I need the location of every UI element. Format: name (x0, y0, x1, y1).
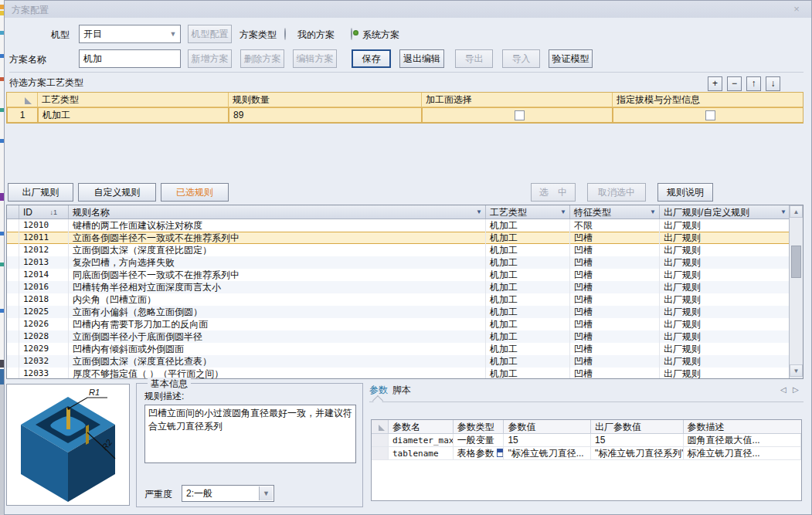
vertical-scrollbar[interactable]: ▲ ▼ (789, 205, 803, 378)
chevron-down-icon[interactable]: ▼ (259, 486, 273, 500)
col-header-factory-value[interactable]: 出厂参数值 (591, 420, 684, 433)
delete-scheme-button[interactable]: 删除方案 (240, 49, 284, 68)
table-row[interactable]: 12013复杂凹槽，方向选择失败机加工凹槽出厂规则 (7, 256, 803, 269)
chevron-down-icon[interactable]: ▼ (168, 29, 178, 39)
select-all-corner[interactable] (7, 93, 38, 107)
cell-process-type: 机加工 (486, 256, 570, 269)
table-row[interactable]: 12010键槽的两工作面建议标注对称度机加工不限出厂规则 (7, 219, 803, 232)
cell-process-type: 机加工 (486, 318, 570, 330)
tab-params[interactable]: 参数 (369, 384, 388, 397)
close-icon[interactable]: × (790, 3, 804, 15)
row-gutter (7, 269, 19, 281)
cell-feature-type: 凹槽 (570, 269, 660, 281)
row-gutter (7, 368, 19, 379)
col-header-face-select[interactable]: 加工面选择 (422, 93, 613, 107)
table-row[interactable]: 12014同底面倒圆半径不一致或不在推荐系列中机加工凹槽出厂规则 (7, 269, 803, 281)
selected-rules-button[interactable]: 已选规则 (161, 183, 229, 202)
header-gutter (7, 205, 19, 219)
filter-dropdown-icon[interactable]: ▼ (476, 205, 482, 219)
unpick-button[interactable]: 取消选中 (587, 183, 646, 202)
table-row[interactable]: 12032立面倒圆太深（深度直径比查表）机加工凹槽出厂规则 (7, 355, 803, 368)
filter-dropdown-icon[interactable]: ▼ (780, 205, 787, 219)
machine-type-combobox[interactable]: 开目 ▼ (79, 25, 181, 43)
row-down-button[interactable]: ↓ (766, 76, 780, 91)
table-row[interactable]: 12026凹槽内有需要T形刀加工的反向面机加工凹槽出厂规则 (7, 318, 803, 330)
sort-ascending-icon[interactable]: ↓1 (49, 205, 57, 219)
cell-process-type: 机加工 (486, 355, 570, 368)
cell-process-type: 机加工 (486, 244, 570, 256)
row-gutter (7, 256, 19, 269)
edit-scheme-button[interactable]: 编辑方案 (293, 49, 337, 68)
cell-rule-source: 出厂规则 (660, 306, 790, 318)
pick-button[interactable]: 选 中 (531, 183, 576, 202)
row-gutter (7, 306, 19, 318)
row-gutter (7, 355, 19, 368)
table-row[interactable]: 12028立面倒圆半径小于底面倒圆半径机加工凹槽出厂规则 (7, 330, 803, 343)
tab-script[interactable]: 脚本 (392, 384, 411, 397)
row-remove-button[interactable]: − (727, 76, 742, 91)
rule-description-textarea[interactable]: 凹槽立面间的小过渡圆角直径最好一致，并建议符合立铣刀直径系列 (144, 405, 356, 463)
title-bar[interactable]: 方案配置 × (5, 1, 811, 18)
exit-edit-button[interactable]: 退出编辑 (399, 49, 444, 68)
cell-feature-type: 凹槽 (570, 306, 660, 318)
col-header-param-type[interactable]: 参数类型 (454, 420, 505, 433)
corner-triangle-icon (25, 97, 32, 104)
severity-select[interactable]: 2:一般 ▼ (182, 485, 274, 502)
col-header-param-name[interactable]: 参数名 (389, 420, 454, 433)
window-title: 方案配置 (12, 4, 49, 17)
cell-rule-source: 出厂规则 (660, 343, 790, 355)
cell-id: 12028 (19, 330, 69, 343)
scrollbar-thumb[interactable] (791, 246, 801, 278)
table-row[interactable]: diameter_max一般变量1515圆角直径最大值... (372, 434, 801, 447)
col-header-rule-name[interactable]: 规则名称▼ (69, 205, 486, 219)
col-header-param-desc[interactable]: 参数描述 (684, 420, 801, 433)
my-scheme-radio-label[interactable]: 我的方案 (297, 29, 335, 42)
col-header-feature-type[interactable]: 特征类型▼ (570, 205, 660, 219)
add-scheme-button[interactable]: 新增方案 (188, 49, 232, 68)
rule-explain-button[interactable]: 规则说明 (657, 183, 713, 202)
system-scheme-radio-label[interactable]: 系统方案 (362, 29, 399, 42)
table-row[interactable]: 12011立面各倒圆半径不一致或不在推荐系列中机加工凹槽出厂规则 (7, 232, 803, 244)
row-up-button[interactable]: ↑ (746, 76, 761, 91)
table-row[interactable]: 12033厚度不够指定值（ ）（平行面之间）机加工凹槽出厂规则 (7, 368, 803, 379)
save-button[interactable]: 保存 (352, 49, 391, 68)
machine-config-button[interactable]: 机型配置 (188, 25, 232, 43)
tab-nav-left-icon[interactable]: ◁ (780, 385, 787, 394)
my-scheme-radio[interactable] (284, 28, 286, 40)
table-row[interactable]: 12025立面有小偏斜（忽略立面倒圆）机加工凹槽出厂规则 (7, 306, 803, 318)
import-button[interactable]: 导入 (502, 49, 540, 68)
col-header-rule-source[interactable]: 出厂规则/自定义规则▼ (660, 205, 790, 219)
col-header-process-type[interactable]: 工艺类型▼ (486, 205, 570, 219)
table-row[interactable]: 12018内尖角（凹槽立面）机加工凹槽出厂规则 (7, 293, 803, 306)
row-add-button[interactable]: + (708, 76, 722, 91)
table-parameter-icon[interactable] (497, 449, 505, 457)
scheme-name-input[interactable]: 机加 (79, 49, 181, 68)
scroll-down-icon[interactable]: ▼ (790, 364, 803, 377)
table-row[interactable]: 12012立面倒圆太深（深度直径比固定）机加工凹槽出厂规则 (7, 244, 803, 256)
col-header-draft-info[interactable]: 指定拔模与分型信息 (613, 93, 803, 107)
col-header-rule-count[interactable]: 规则数量 (229, 93, 422, 107)
separator-line (9, 72, 804, 73)
custom-rules-button[interactable]: 自定义规则 (78, 183, 156, 202)
draft-info-checkbox[interactable] (705, 110, 715, 120)
basic-info-group: 基本信息 规则描述: 凹槽立面间的小过渡圆角直径最好一致，并建议符合立铣刀直径系… (136, 383, 363, 507)
row-gutter (7, 318, 19, 330)
system-scheme-radio[interactable] (351, 28, 352, 40)
table-row[interactable]: 12029凹槽内有倾斜面或外倒圆面机加工凹槽出厂规则 (7, 343, 803, 355)
col-header-id[interactable]: ID↓1 (19, 205, 69, 219)
face-select-checkbox[interactable] (515, 110, 525, 120)
filter-dropdown-icon[interactable]: ▼ (650, 205, 656, 219)
table-row[interactable]: tablename表格参数"标准立铣刀直径..."标准立铣刀直径系列"标准立铣刀… (372, 447, 801, 460)
table-row[interactable]: 1 机加工 89 (7, 107, 803, 122)
col-header-process-type[interactable]: 工艺类型 (38, 93, 229, 107)
tab-nav-right-icon[interactable]: ▷ (793, 385, 799, 394)
validate-model-button[interactable]: 验证模型 (549, 49, 593, 68)
cell-process-type: 机加工 (486, 368, 570, 379)
filter-dropdown-icon[interactable]: ▼ (560, 205, 566, 219)
export-button[interactable]: 导出 (455, 49, 493, 68)
col-header-param-value[interactable]: 参数值 (504, 420, 591, 433)
factory-rules-button[interactable]: 出厂规则 (8, 183, 73, 202)
scroll-up-icon[interactable]: ▲ (790, 205, 803, 218)
table-row[interactable]: 12016凹槽转角半径相对立面深度而言太小机加工凹槽出厂规则 (7, 281, 803, 293)
cell-param-value: 15 (504, 434, 591, 446)
